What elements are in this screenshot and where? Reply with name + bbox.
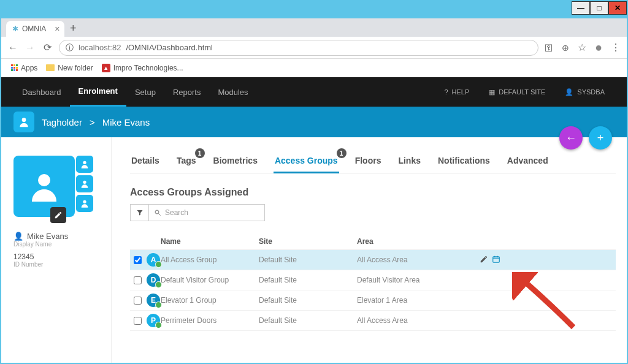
person-icon <box>18 116 30 128</box>
bookmark-impro[interactable]: ▲ Impro Technologies... <box>102 64 183 72</box>
cell-name: Default Visitor Group <box>161 276 259 284</box>
nav-back-icon[interactable]: ← <box>7 42 18 53</box>
svg-point-5 <box>155 210 159 214</box>
access-groups-badge: 1 <box>337 148 347 158</box>
url-host: localhost:82 <box>78 43 121 52</box>
access-groups-grid: Name Site Area AAll Access GroupDefault … <box>130 233 616 331</box>
nav-user[interactable]: 👤SYSDBA <box>555 88 615 96</box>
nav-site[interactable]: ▦DEFAULT SITE <box>479 88 555 96</box>
svg-line-6 <box>159 214 161 216</box>
nav-help[interactable]: ?HELP <box>434 88 479 96</box>
bookmark-new-folder[interactable]: New folder <box>46 64 93 72</box>
window-minimize-button[interactable]: — <box>572 1 590 15</box>
tab-floors[interactable]: Floors <box>354 152 383 173</box>
menu-icon[interactable]: ⋮ <box>611 42 621 53</box>
group-chip: P <box>147 314 160 327</box>
nav-reports[interactable]: Reports <box>164 77 210 107</box>
cell-name: All Access Group <box>161 256 259 264</box>
avatar-thumb-1[interactable] <box>76 156 93 173</box>
row-checkbox[interactable] <box>134 256 142 264</box>
breadcrumb-root[interactable]: Tagholder <box>42 117 82 127</box>
profile-icon[interactable]: ● <box>595 40 602 55</box>
cell-site: Default Site <box>259 256 357 264</box>
folder-icon <box>46 64 55 71</box>
col-header-name[interactable]: Name <box>161 237 259 246</box>
filter-button[interactable] <box>130 204 148 221</box>
row-checkbox[interactable] <box>134 317 142 325</box>
col-header-area[interactable]: Area <box>357 237 480 246</box>
top-nav: Dashboard Enrolment Setup Reports Module… <box>1 77 627 107</box>
avatar-thumb-3[interactable] <box>76 195 93 212</box>
row-checkbox[interactable] <box>134 276 142 284</box>
cell-area: All Access Area <box>357 316 480 325</box>
sidebar-id-label: ID Number <box>13 261 102 268</box>
key-icon[interactable]: ⚿ <box>545 43 553 53</box>
search-input[interactable]: Search <box>148 204 265 221</box>
tab-biometrics[interactable]: Biometrics <box>212 152 259 173</box>
tab-advanced[interactable]: Advanced <box>506 152 550 173</box>
new-tab-button[interactable]: + <box>64 20 82 37</box>
table-row[interactable]: EElevator 1 GroupDefault SiteElevator 1 … <box>130 290 616 311</box>
breadcrumb: Tagholder > Mike Evans <box>1 107 627 137</box>
tags-badge: 1 <box>195 148 205 158</box>
info-icon: ⓘ <box>66 42 74 53</box>
apps-grid-icon <box>11 64 18 71</box>
svg-point-4 <box>83 200 86 203</box>
breadcrumb-current: Mike Evans <box>102 117 150 127</box>
tab-title: OMNIA <box>22 25 46 33</box>
window-titlebar: — □ ✕ <box>1 1 627 18</box>
breadcrumb-sep: > <box>90 117 95 127</box>
nav-dashboard[interactable]: Dashboard <box>13 77 70 107</box>
avatar-thumb-2[interactable] <box>76 175 93 192</box>
table-row[interactable]: AAll Access GroupDefault SiteAll Access … <box>130 250 616 270</box>
edit-row-button[interactable] <box>480 255 488 265</box>
table-row[interactable]: DDefault Visitor GroupDefault SiteDefaul… <box>130 270 616 290</box>
calendar-row-button[interactable] <box>492 255 500 265</box>
table-row[interactable]: PPerrimeter DoorsDefault SiteAll Access … <box>130 311 616 331</box>
browser-tab[interactable]: ✱ OMNIA × <box>6 21 64 37</box>
fab-add-button[interactable]: + <box>589 126 612 150</box>
person-small-icon: 👤 <box>13 232 23 241</box>
nav-enrolment[interactable]: Enrolment <box>70 77 126 107</box>
nav-reload-icon[interactable]: ⟳ <box>42 42 53 53</box>
tab-close-icon[interactable]: × <box>55 24 59 34</box>
svg-point-2 <box>83 161 86 164</box>
bookmark-apps[interactable]: Apps <box>11 64 37 72</box>
url-field[interactable]: ⓘ localhost:82/OMNIA/Dashboard.html <box>59 40 538 56</box>
col-header-site[interactable]: Site <box>259 237 357 246</box>
cell-name: Perrimeter Doors <box>161 316 259 325</box>
user-icon: 👤 <box>565 88 573 96</box>
row-checkbox[interactable] <box>134 297 142 305</box>
search-placeholder: Search <box>165 208 188 217</box>
cell-site: Default Site <box>259 276 357 284</box>
tab-links[interactable]: Links <box>397 152 422 173</box>
fab-back-button[interactable]: ← <box>559 126 583 150</box>
nav-modules[interactable]: Modules <box>209 77 256 107</box>
cell-area: All Access Area <box>357 256 480 264</box>
help-icon: ? <box>444 88 448 96</box>
tab-access-groups[interactable]: Access Groups1 <box>274 152 339 173</box>
section-title: Access Groups Assigned <box>130 187 616 198</box>
cell-area: Elevator 1 Area <box>357 296 480 305</box>
cell-site: Default Site <box>259 296 357 305</box>
svg-point-0 <box>22 118 26 122</box>
window-maximize-button[interactable]: □ <box>590 1 608 15</box>
tab-notifications[interactable]: Notifications <box>437 152 491 173</box>
group-chip: A <box>147 253 160 267</box>
impro-icon: ▲ <box>102 64 110 72</box>
tab-tags[interactable]: Tags1 <box>175 152 197 173</box>
tab-details[interactable]: Details <box>130 152 161 173</box>
svg-rect-7 <box>493 256 500 262</box>
window-close-button[interactable]: ✕ <box>608 1 627 15</box>
nav-forward-icon[interactable]: → <box>25 42 36 53</box>
url-path: /OMNIA/Dashboard.html <box>126 43 213 52</box>
nav-setup[interactable]: Setup <box>126 77 164 107</box>
site-icon: ▦ <box>489 88 495 96</box>
browser-tab-bar: ✱ OMNIA × + <box>1 18 627 37</box>
zoom-icon[interactable]: ⊕ <box>562 43 569 53</box>
star-icon[interactable]: ☆ <box>578 42 586 53</box>
edit-avatar-button[interactable] <box>50 207 66 223</box>
svg-point-3 <box>83 181 86 184</box>
detail-tabs: Details Tags1 Biometrics Access Groups1 … <box>130 152 616 173</box>
cell-area: Default Visitor Area <box>357 276 480 284</box>
